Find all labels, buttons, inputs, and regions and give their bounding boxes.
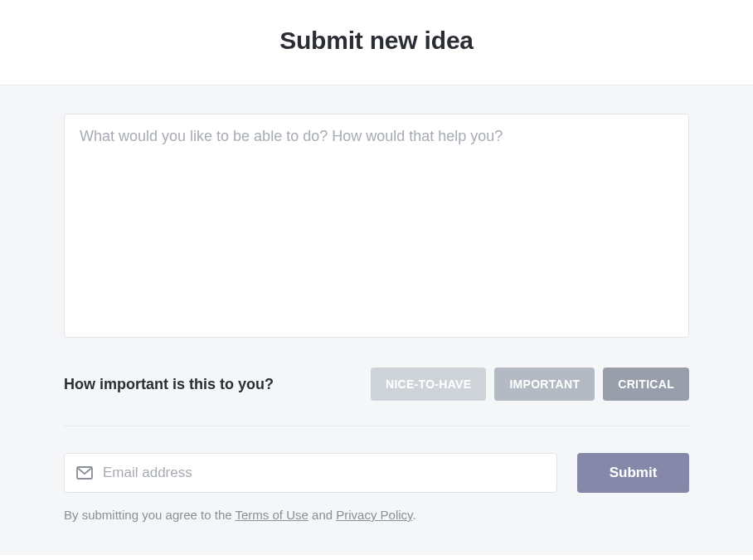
disclaimer-suffix: . [413, 508, 416, 522]
page-title: Submit new idea [0, 27, 753, 55]
mail-icon [76, 466, 93, 480]
disclaimer-middle: and [308, 508, 336, 522]
disclaimer-prefix: By submitting you agree to the [64, 508, 236, 522]
privacy-policy-link[interactable]: Privacy Policy [336, 508, 412, 522]
importance-label: How important is this to you? [64, 376, 274, 393]
importance-buttons: NICE-TO-HAVE IMPORTANT CRITICAL [371, 368, 689, 401]
submit-row: Submit [64, 453, 689, 493]
page-header: Submit new idea [0, 0, 753, 85]
terms-of-use-link[interactable]: Terms of Use [236, 508, 308, 522]
email-input[interactable] [103, 454, 545, 492]
email-field-wrapper [64, 453, 557, 493]
form-area: How important is this to you? NICE-TO-HA… [0, 85, 753, 555]
importance-critical-button[interactable]: CRITICAL [603, 368, 689, 401]
importance-important-button[interactable]: IMPORTANT [494, 368, 595, 401]
disclaimer: By submitting you agree to the Terms of … [64, 508, 689, 522]
importance-nice-to-have-button[interactable]: NICE-TO-HAVE [371, 368, 486, 401]
importance-row: How important is this to you? NICE-TO-HA… [64, 368, 689, 426]
submit-button[interactable]: Submit [577, 453, 689, 493]
idea-textarea[interactable] [64, 114, 689, 338]
